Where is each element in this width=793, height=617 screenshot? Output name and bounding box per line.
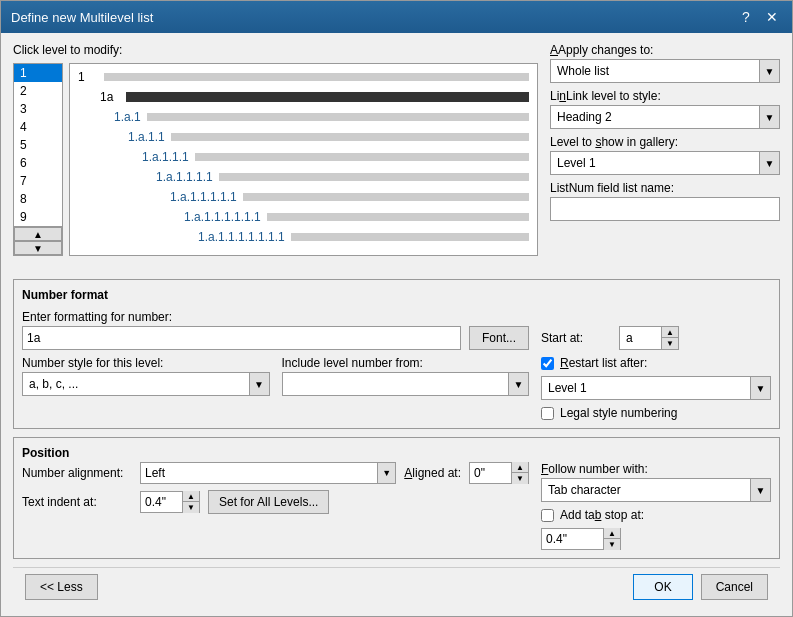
level-item-8[interactable]: 8	[14, 190, 62, 208]
format-input[interactable]	[22, 326, 461, 350]
follow-chevron[interactable]: ▼	[750, 479, 770, 501]
text-indent-up[interactable]: ▲	[183, 491, 199, 502]
aligned-at-down[interactable]: ▼	[512, 473, 528, 484]
start-at-label: Start at:	[541, 331, 611, 345]
bottom-bar: << Less OK Cancel	[13, 567, 780, 606]
style-group: Number style for this level: a, b, c, ..…	[22, 356, 270, 396]
set-all-button[interactable]: Set for All Levels...	[208, 490, 329, 514]
level-item-9[interactable]: 9	[14, 208, 62, 226]
add-tab-spinner[interactable]: 0.4" ▲ ▼	[541, 528, 621, 550]
level-item-1[interactable]: 1	[14, 64, 62, 82]
add-tab-up[interactable]: ▲	[604, 528, 620, 539]
font-button[interactable]: Font...	[469, 326, 529, 350]
text-indent-down[interactable]: ▼	[183, 502, 199, 513]
listnum-label: ListNum field list name:	[550, 181, 780, 195]
ok-button[interactable]: OK	[633, 574, 692, 600]
preview-label-0: 1	[78, 70, 98, 84]
scroll-down-btn[interactable]: ▼	[14, 241, 62, 255]
level-item-2[interactable]: 2	[14, 82, 62, 100]
level-item-4[interactable]: 4	[14, 118, 62, 136]
apply-changes-label: AApply changes to:	[550, 43, 780, 57]
level-gallery-chevron[interactable]: ▼	[759, 152, 779, 174]
level-item-7[interactable]: 7	[14, 172, 62, 190]
include-label: Include level number from:	[282, 356, 530, 370]
preview-line-0	[104, 73, 529, 81]
level-list-container: 1 2 3 4 5 6 7 8 9 ▲ ▼	[13, 63, 63, 256]
cancel-button[interactable]: Cancel	[701, 574, 768, 600]
preview-row-0: 1	[78, 68, 529, 86]
link-level-dropdown[interactable]: Heading 2 ▼	[550, 105, 780, 129]
alignment-dropdown[interactable]: Left ▼	[140, 462, 396, 484]
preview-label-4: 1.a.1.1.1	[142, 150, 189, 164]
preview-line-6	[243, 193, 529, 201]
preview-row-7: 1.a.1.1.1.1.1.1	[78, 208, 529, 226]
restart-checkbox[interactable]	[541, 357, 554, 370]
preview-row-3: 1.a.1.1	[78, 128, 529, 146]
scroll-up-btn[interactable]: ▲	[14, 227, 62, 241]
alignment-value: Left	[141, 466, 377, 480]
follow-dropdown[interactable]: Tab character ▼	[541, 478, 771, 502]
number-format-section: Number format Enter formatting for numbe…	[13, 279, 780, 429]
click-level-label: Click level to modify:	[13, 43, 538, 57]
help-button[interactable]: ?	[736, 7, 756, 27]
start-at-down[interactable]: ▼	[662, 338, 678, 349]
add-tab-down[interactable]: ▼	[604, 539, 620, 550]
preview-line-4	[195, 153, 529, 161]
text-indent-label: Text indent at:	[22, 495, 132, 509]
start-at-up[interactable]: ▲	[662, 327, 678, 338]
alignment-chevron[interactable]: ▼	[377, 463, 395, 483]
listnum-group: ListNum field list name:	[550, 181, 780, 221]
less-button[interactable]: << Less	[25, 574, 98, 600]
text-indent-spinner[interactable]: 0.4" ▲ ▼	[140, 491, 200, 513]
alignment-row: Number alignment: Left ▼ Aligned at: 0" …	[22, 462, 529, 484]
start-at-row: Start at: a ▲ ▼	[541, 326, 771, 350]
listnum-input[interactable]	[550, 197, 780, 221]
position-left: Number alignment: Left ▼ Aligned at: 0" …	[22, 462, 529, 514]
include-dropdown[interactable]: ▼	[282, 372, 530, 396]
style-value: a, b, c, ...	[23, 372, 249, 396]
number-format-title: Number format	[22, 288, 771, 302]
level-list: 1 2 3 4 5 6 7 8 9	[13, 63, 63, 227]
include-chevron[interactable]: ▼	[508, 373, 528, 395]
aligned-at-value: 0"	[470, 466, 511, 480]
add-tab-checkbox[interactable]	[541, 509, 554, 522]
apply-changes-chevron[interactable]: ▼	[759, 60, 779, 82]
close-button[interactable]: ✕	[762, 7, 782, 27]
legal-checkbox[interactable]	[541, 407, 554, 420]
style-dropdown[interactable]: a, b, c, ... ▼	[22, 372, 270, 396]
style-chevron[interactable]: ▼	[249, 373, 269, 395]
apply-changes-value: Whole list	[551, 59, 759, 83]
link-level-value: Heading 2	[551, 105, 759, 129]
preview-row-2: 1.a.1	[78, 108, 529, 126]
start-at-value: a	[620, 331, 661, 345]
legal-label: Legal style numbering	[560, 406, 677, 420]
preview-line-5	[219, 173, 529, 181]
apply-changes-dropdown[interactable]: Whole list ▼	[550, 59, 780, 83]
dialog-body: Click level to modify: 1 2 3 4 5 6 7 8	[1, 33, 792, 616]
level-scroll: ▲ ▼	[13, 227, 63, 256]
restart-chevron[interactable]: ▼	[750, 377, 770, 399]
text-indent-row: Text indent at: 0.4" ▲ ▼ Set for All Lev…	[22, 490, 529, 514]
position-section: Position Number alignment: Left ▼ Aligne…	[13, 437, 780, 559]
level-item-3[interactable]: 3	[14, 100, 62, 118]
link-level-chevron[interactable]: ▼	[759, 106, 779, 128]
preview-label-5: 1.a.1.1.1.1	[156, 170, 213, 184]
format-row: Font...	[22, 326, 529, 350]
aligned-at-spinner[interactable]: 0" ▲ ▼	[469, 462, 529, 484]
start-at-spinner[interactable]: a ▲ ▼	[619, 326, 679, 350]
preview-row-8: 1.a.1.1.1.1.1.1.1	[78, 228, 529, 246]
restart-dropdown[interactable]: Level 1 ▼	[541, 376, 771, 400]
style-label: Number style for this level:	[22, 356, 270, 370]
preview-label-1: 1a	[100, 90, 120, 104]
enter-format-group: Enter formatting for number: Font...	[22, 310, 529, 350]
level-gallery-dropdown[interactable]: Level 1 ▼	[550, 151, 780, 175]
style-include-row: Number style for this level: a, b, c, ..…	[22, 356, 529, 396]
level-item-5[interactable]: 5	[14, 136, 62, 154]
level-item-6[interactable]: 6	[14, 154, 62, 172]
preview-line-8	[291, 233, 529, 241]
aligned-at-up[interactable]: ▲	[512, 462, 528, 473]
position-inner: Number alignment: Left ▼ Aligned at: 0" …	[22, 462, 771, 550]
link-level-label: LinLink level to style:	[550, 89, 780, 103]
position-title: Position	[22, 446, 771, 460]
preview-line-3	[171, 133, 529, 141]
